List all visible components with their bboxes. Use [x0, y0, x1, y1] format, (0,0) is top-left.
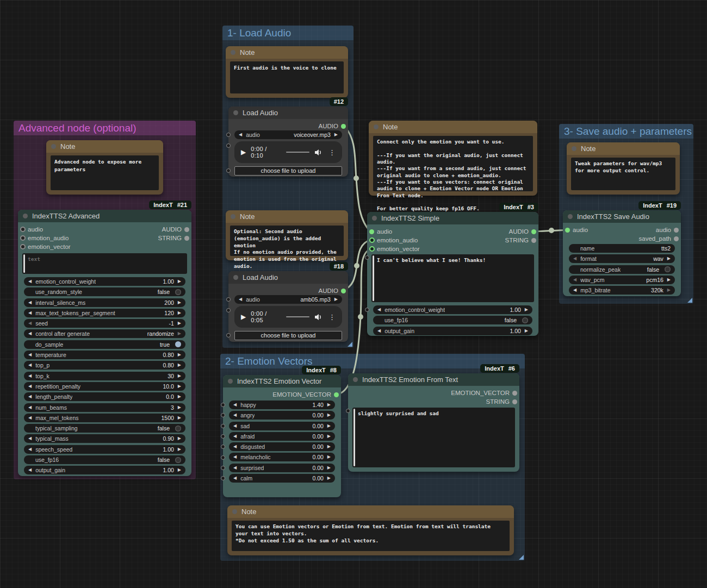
- collapse-dot-icon[interactable]: [233, 110, 238, 115]
- decrement-icon[interactable]: ◀: [28, 466, 32, 474]
- widget-speech-speed[interactable]: ◀speech_speed1.00▶: [24, 445, 185, 454]
- widget-length-penalty[interactable]: ◀length_penalty0.0▶: [24, 392, 185, 401]
- widget-input-ring[interactable]: [221, 434, 225, 439]
- widget-use-fp16[interactable]: use_fp16false: [373, 316, 532, 324]
- volume-icon[interactable]: [314, 314, 323, 321]
- widget-input-ring[interactable]: [221, 445, 225, 449]
- increment-icon[interactable]: ▶: [667, 254, 671, 263]
- decrement-icon[interactable]: ◀: [377, 305, 381, 314]
- widget-max-mel-tokens[interactable]: ◀max_mel_tokens1500▶: [24, 414, 185, 422]
- node-header[interactable]: IndexTTS2 Emotion From Text: [348, 373, 519, 386]
- collapse-dot-icon[interactable]: [568, 214, 573, 219]
- widget-typical-sampling[interactable]: typical_samplingfalse: [24, 424, 185, 433]
- note-header[interactable]: Note: [567, 142, 680, 155]
- increment-icon[interactable]: ▶: [178, 329, 181, 338]
- collapse-dot-icon[interactable]: [374, 124, 379, 129]
- increment-icon[interactable]: ▶: [178, 351, 181, 359]
- widget-repetition-penalty[interactable]: ◀repetition_penalty10.0▶: [24, 382, 185, 391]
- widget-input-ring[interactable]: [365, 308, 369, 312]
- group-advanced-title[interactable]: Advanced node (optional): [14, 121, 196, 135]
- note-header[interactable]: Note: [226, 210, 348, 223]
- widget-disgusted[interactable]: ◀disgusted0.00▶: [229, 442, 335, 451]
- widget-use-random-style[interactable]: use_random_stylefalse: [24, 287, 185, 296]
- decrement-icon[interactable]: ◀: [233, 474, 237, 483]
- widget-input-ring[interactable]: [346, 409, 350, 413]
- increment-icon[interactable]: ▶: [178, 403, 181, 412]
- increment-icon[interactable]: ▶: [178, 466, 181, 474]
- node-header[interactable]: IndexTTS2 Advanced: [18, 210, 191, 222]
- widget-seed[interactable]: ◀seed-1▶: [24, 319, 185, 328]
- widget-input-ring[interactable]: [226, 143, 231, 148]
- widget-input-ring[interactable]: [226, 308, 231, 312]
- upload-button[interactable]: choose file to upload: [234, 331, 342, 340]
- decrement-icon[interactable]: ◀: [28, 309, 32, 317]
- node-header[interactable]: IndexTTS2 Emotion Vector: [223, 375, 341, 387]
- note-text[interactable]: Optional: Second audio (emotion_audio) i…: [230, 226, 344, 256]
- increment-icon[interactable]: ▶: [327, 411, 331, 420]
- increment-icon[interactable]: ▶: [178, 434, 181, 443]
- widget-input-ring[interactable]: [221, 455, 225, 460]
- decrement-icon[interactable]: ◀: [28, 403, 32, 412]
- group-resize-handle[interactable]: [519, 555, 524, 560]
- toggle-normalize-peak[interactable]: [665, 266, 671, 272]
- collapse-dot-icon[interactable]: [231, 50, 235, 55]
- widget-mp3-bitrate[interactable]: ◀mp3_bitrate320k▶: [569, 286, 675, 295]
- text-input[interactable]: I can't believe what I see! Thanks!: [371, 254, 534, 302]
- increment-icon[interactable]: ▶: [178, 392, 181, 401]
- input-port-audio[interactable]: [20, 227, 26, 232]
- toggle-use-fp16[interactable]: [522, 317, 528, 323]
- node-header[interactable]: IndexTTS2 Simple: [367, 212, 538, 224]
- group-save-audio-title[interactable]: 3- Save audio + parameters: [559, 124, 693, 139]
- collapse-dot-icon[interactable]: [23, 214, 28, 218]
- output-port-string[interactable]: [531, 238, 536, 243]
- widget-input-ring[interactable]: [365, 255, 369, 260]
- play-icon[interactable]: ▶: [241, 313, 246, 321]
- widget-num-beams[interactable]: ◀num_beams3▶: [24, 403, 185, 412]
- group-emotion-vectors-title[interactable]: 2- Emotion Vectors: [220, 354, 525, 368]
- toggle-do-sample[interactable]: [175, 341, 181, 347]
- widget-input-ring[interactable]: [221, 424, 225, 428]
- group-resize-handle[interactable]: [348, 342, 352, 347]
- prev-file-icon[interactable]: ◀: [239, 295, 242, 304]
- note-text[interactable]: Connect only the emotion you want to use…: [373, 136, 533, 191]
- widget-format[interactable]: ◀formatwav▶: [569, 254, 675, 263]
- widget-input-ring[interactable]: [221, 403, 225, 407]
- output-port-audio[interactable]: [341, 289, 346, 293]
- increment-icon[interactable]: ▶: [327, 464, 331, 472]
- increment-icon[interactable]: ▶: [178, 277, 181, 286]
- increment-icon[interactable]: ▶: [178, 372, 181, 380]
- widget-control-after-generate[interactable]: ◀control after generaterandomize▶: [24, 329, 185, 338]
- player-menu-icon[interactable]: ⋮: [328, 313, 336, 321]
- output-port-emotion-vector[interactable]: [512, 391, 517, 396]
- output-port-saved-path[interactable]: [674, 236, 679, 241]
- collapse-dot-icon[interactable]: [51, 144, 56, 149]
- decrement-icon[interactable]: ◀: [28, 414, 32, 422]
- widget-interval-silence-ms[interactable]: ◀interval_silence_ms200▶: [24, 298, 185, 307]
- decrement-icon[interactable]: ◀: [28, 392, 32, 401]
- widget-use-fp16[interactable]: use_fp16false: [24, 455, 185, 464]
- input-port-emotion-vector[interactable]: [20, 244, 26, 249]
- note-header[interactable]: Note: [369, 121, 537, 133]
- output-port-audio[interactable]: [674, 228, 679, 233]
- increment-icon[interactable]: ▶: [178, 414, 181, 422]
- widget-input-ring[interactable]: [226, 333, 231, 337]
- decrement-icon[interactable]: ◀: [28, 351, 32, 359]
- volume-icon[interactable]: [314, 149, 323, 156]
- text-input[interactable]: slightly surprised and sad: [352, 408, 515, 467]
- input-port-emotion-vector[interactable]: [369, 246, 375, 252]
- increment-icon[interactable]: ▶: [327, 432, 331, 441]
- widget-input-ring[interactable]: [221, 466, 225, 470]
- widget-surprised[interactable]: ◀surprised0.00▶: [229, 464, 335, 472]
- increment-icon[interactable]: ▶: [327, 474, 331, 483]
- widget-input-ring[interactable]: [226, 297, 231, 302]
- collapse-dot-icon[interactable]: [231, 214, 235, 219]
- widget-top-p[interactable]: ◀top_p0.80▶: [24, 361, 185, 370]
- widget-name[interactable]: nametts2: [569, 244, 675, 253]
- input-port-audio[interactable]: [565, 228, 570, 233]
- widget-happy[interactable]: ◀happy1.40▶: [229, 401, 335, 409]
- increment-icon[interactable]: ▶: [178, 309, 181, 317]
- upload-button[interactable]: choose file to upload: [234, 166, 342, 176]
- decrement-icon[interactable]: ◀: [28, 434, 32, 443]
- increment-icon[interactable]: ▶: [327, 401, 331, 409]
- decrement-icon[interactable]: ◀: [233, 453, 237, 461]
